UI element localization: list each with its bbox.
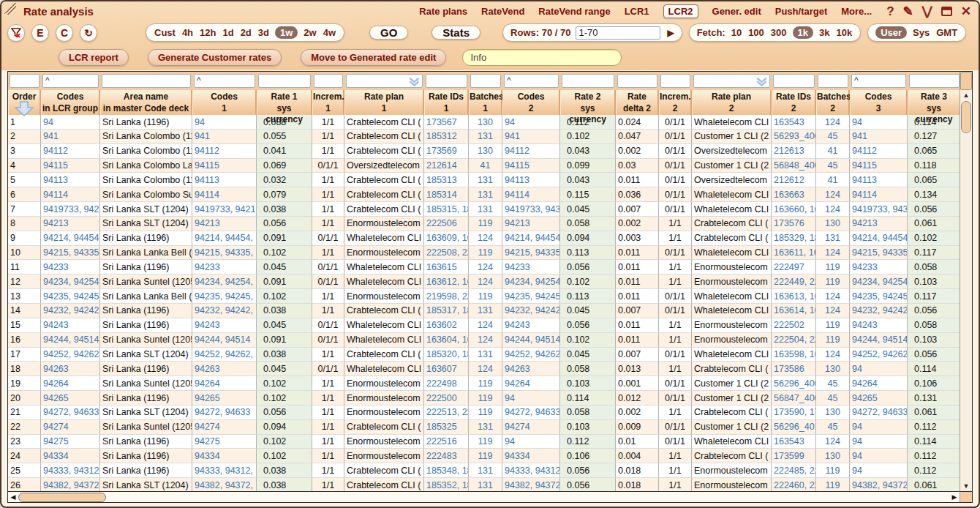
filter-dropdown-chevron-icon[interactable] [409, 76, 420, 89]
column-header-increm-1[interactable]: Increm.1 [312, 90, 344, 115]
cell-rate-ids-1[interactable]: 222508, 22 [424, 246, 469, 261]
fetch-100[interactable]: 100 [747, 27, 765, 38]
cell-batches-2[interactable]: 130 [816, 362, 850, 376]
cell-codes-lcr[interactable]: 94232, 94242, [41, 304, 100, 318]
cell-codes-3[interactable]: 9419733, 943 [850, 202, 908, 217]
cell-rate-ids-2[interactable]: 222460, 222 [772, 478, 816, 491]
cell-batches-2[interactable]: 124 [816, 435, 850, 449]
cell-rate-ids-2[interactable]: 212612 [772, 173, 816, 187]
column-header-rate-plan-1[interactable]: Rate plan1 [344, 90, 424, 115]
cell-batches-2[interactable]: 45 [816, 376, 850, 391]
cell-codes-1[interactable]: 9419733, 9421 [192, 202, 257, 217]
cell-batches-1[interactable]: 130 [469, 115, 502, 130]
column-header-increm-2[interactable]: Increm.2 [659, 90, 692, 115]
cell-rate-ids-2[interactable]: 163611, 163 [772, 246, 816, 261]
fetch-10[interactable]: 10 [731, 27, 742, 38]
cell-batches-1[interactable]: 131 [469, 463, 502, 478]
cell-rate-ids-1[interactable]: 163609, 16 [424, 231, 469, 246]
range-2d[interactable]: 2d [240, 27, 252, 38]
cell-batches-1[interactable]: 119 [469, 391, 502, 406]
cell-codes-lcr[interactable]: 94264 [41, 376, 100, 391]
scroll-left-icon[interactable]: ◀ [8, 492, 18, 502]
rows-range-input[interactable] [576, 26, 660, 40]
cell-codes-3[interactable]: 94 [850, 463, 908, 478]
cell-codes-lcr[interactable]: 94334 [41, 449, 100, 463]
menu-item-push-target[interactable]: Push/target [775, 6, 828, 17]
cell-codes-lcr[interactable]: 94 [41, 115, 100, 130]
cell-codes-2[interactable]: 94263 [502, 362, 560, 376]
cell-rate-ids-2[interactable]: 163543 [772, 115, 816, 130]
menu-item-more[interactable]: More... [841, 6, 872, 17]
column-header-rate-ids-1[interactable]: Rate IDs1 [424, 90, 469, 115]
info-input[interactable] [462, 49, 622, 66]
filter-input-rate-1[interactable] [258, 74, 311, 88]
cell-rate-ids-1[interactable]: 222506 [424, 217, 469, 231]
cell-codes-lcr[interactable]: 94275 [41, 435, 100, 449]
scroll-down-icon[interactable]: ▼ [960, 481, 972, 491]
cell-codes-1[interactable]: 94264 [192, 376, 257, 391]
range-3d[interactable]: 3d [257, 27, 270, 38]
tz-gmt[interactable]: GMT [935, 27, 958, 38]
cell-rate-ids-2[interactable]: 163614, 163 [772, 304, 816, 318]
cell-rate-ids-1[interactable]: 185320, 18 [424, 348, 469, 362]
cell-codes-lcr[interactable]: 94265 [41, 391, 100, 406]
cell-codes-3[interactable]: 94232, 94242, [850, 304, 908, 318]
filter-input-rate-delta-2[interactable] [617, 74, 657, 88]
cell-codes-lcr[interactable]: 94243 [41, 318, 100, 333]
scroll-right-icon[interactable]: ▶ [949, 492, 960, 502]
cell-codes-2[interactable]: 94252, 94262, [502, 348, 560, 362]
cell-rate-ids-2[interactable]: 222485, 222 [772, 463, 816, 478]
column-header-rate-ids-2[interactable]: Rate IDs2 [772, 90, 816, 115]
filter-input-codes-3[interactable] [851, 74, 906, 88]
cell-rate-ids-2[interactable]: 56293_4008 [772, 130, 816, 144]
tz-sys[interactable]: Sys [912, 27, 930, 38]
cell-batches-1[interactable]: 41 [469, 159, 502, 173]
cell-codes-1[interactable]: 94263 [192, 362, 257, 376]
cell-codes-3[interactable]: 94243 [850, 318, 908, 333]
column-header-batches-2[interactable]: Batches2 [816, 90, 850, 115]
scrollbar-corner-button[interactable] [960, 72, 972, 90]
filter-input-batches-2[interactable] [818, 74, 848, 88]
cell-rate-ids-1[interactable]: 185314 [424, 187, 469, 202]
filter-input-batches-1[interactable] [470, 74, 501, 88]
menu-item-lcr1[interactable]: LCR1 [625, 6, 649, 17]
fetch-10k[interactable]: 10k [835, 27, 853, 38]
filter-input-rate-ids-2[interactable] [773, 74, 815, 88]
cell-batches-2[interactable]: 41 [816, 173, 850, 187]
cell-codes-2[interactable]: 94113 [502, 173, 560, 187]
cell-rate-ids-2[interactable]: 56296_4010 [772, 420, 816, 435]
lcr-report-button[interactable]: LCR report [59, 49, 129, 66]
e-icon[interactable]: E [31, 24, 49, 42]
cell-codes-3[interactable]: 94112 [850, 144, 908, 159]
cell-rate-ids-1[interactable]: 163612, 16 [424, 274, 469, 289]
cell-rate-ids-1[interactable]: 163604, 16 [424, 333, 469, 348]
cell-codes-3[interactable]: 94272, 94633 [850, 406, 908, 420]
cell-codes-3[interactable]: 94382, 94372, [850, 478, 908, 491]
filter-dropdown-chevron-icon[interactable] [756, 76, 767, 89]
cell-batches-2[interactable]: 45 [816, 130, 850, 144]
cell-rate-ids-2[interactable]: 56848_4008 [772, 159, 816, 173]
cell-codes-2[interactable]: 94 [502, 115, 560, 130]
cell-rate-ids-2[interactable]: 56847_4008 [772, 391, 816, 406]
cell-batches-1[interactable]: 124 [469, 318, 502, 333]
cell-codes-lcr[interactable]: 94233 [41, 260, 100, 274]
cell-codes-2[interactable]: 94244, 94514 [502, 333, 560, 348]
cell-codes-3[interactable]: 94 [850, 420, 908, 435]
cell-batches-1[interactable]: 119 [469, 449, 502, 463]
cell-batches-2[interactable]: 131 [816, 231, 850, 246]
cell-batches-1[interactable]: 124 [469, 260, 502, 274]
menu-item-ratevend-range[interactable]: RateVend range [538, 6, 610, 17]
cell-codes-2[interactable]: 94334 [502, 449, 560, 463]
cell-codes-3[interactable]: 94 [850, 449, 908, 463]
column-header-batches-1[interactable]: Batches1 [469, 90, 502, 115]
cell-codes-3[interactable]: 94215, 94335, [850, 246, 908, 261]
cell-rate-ids-2[interactable]: 222502 [772, 318, 816, 333]
cell-codes-1[interactable]: 94334 [192, 449, 257, 463]
horizontal-scrollbar[interactable]: ◀ ▶ [8, 491, 960, 502]
cell-codes-2[interactable]: 94 [502, 391, 560, 406]
cell-codes-lcr[interactable]: 94115 [41, 159, 100, 173]
cell-batches-2[interactable]: 124 [816, 202, 850, 217]
cell-codes-3[interactable]: 94264 [850, 376, 908, 391]
cell-rate-ids-2[interactable]: 173590, 173 [772, 406, 816, 420]
cell-codes-1[interactable]: 94233 [192, 260, 257, 274]
